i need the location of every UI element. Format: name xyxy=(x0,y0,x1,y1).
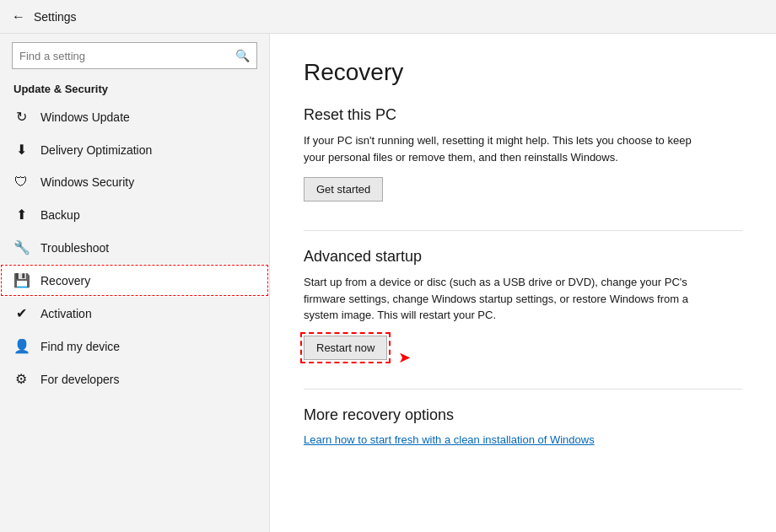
recovery-icon: 💾 xyxy=(13,272,29,288)
for-developers-icon: ⚙ xyxy=(13,371,29,387)
layout: 🔍 Update & Security ↻Windows Update⬇Deli… xyxy=(0,34,776,532)
sidebar-item-windows-update[interactable]: ↻Windows Update xyxy=(0,100,269,133)
sidebar-items: ↻Windows Update⬇Delivery Optimization🛡Wi… xyxy=(0,100,269,395)
sidebar-item-backup[interactable]: ⬆Backup xyxy=(0,198,269,231)
sidebar-item-label-windows-security: Windows Security xyxy=(40,175,134,189)
sidebar-item-activation[interactable]: ✔Activation xyxy=(0,297,269,330)
advanced-startup-section: Advanced startup Start up from a device … xyxy=(304,248,742,380)
search-box[interactable]: 🔍 xyxy=(12,42,257,69)
reset-pc-title: Reset this PC xyxy=(304,106,742,124)
sidebar-item-label-activation: Activation xyxy=(40,307,92,320)
reset-pc-section: Reset this PC If your PC isn't running w… xyxy=(304,106,742,222)
more-recovery-title: More recovery options xyxy=(304,406,742,424)
activation-icon: ✔ xyxy=(13,305,29,321)
main-content: Recovery Reset this PC If your PC isn't … xyxy=(270,34,776,532)
more-recovery-section: More recovery options Learn how to start… xyxy=(304,406,742,446)
title-bar-text: Settings xyxy=(34,10,77,24)
clean-install-link[interactable]: Learn how to start fresh with a clean in… xyxy=(304,433,595,446)
sidebar-item-troubleshoot[interactable]: 🔧Troubleshoot xyxy=(0,231,269,264)
troubleshoot-icon: 🔧 xyxy=(13,239,29,255)
search-icon: 🔍 xyxy=(235,49,250,62)
sidebar-item-delivery-optimization[interactable]: ⬇Delivery Optimization xyxy=(0,133,269,166)
sidebar-item-label-delivery-optimization: Delivery Optimization xyxy=(40,143,152,157)
sidebar-section-title: Update & Security xyxy=(0,74,269,100)
divider-1 xyxy=(304,230,742,231)
search-input[interactable] xyxy=(19,50,235,62)
title-bar: ← Settings xyxy=(0,0,776,34)
sidebar-item-windows-security[interactable]: 🛡Windows Security xyxy=(0,166,269,198)
sidebar-item-recovery[interactable]: 💾Recovery xyxy=(0,264,269,297)
get-started-button[interactable]: Get started xyxy=(304,177,383,202)
advanced-startup-title: Advanced startup xyxy=(304,248,742,266)
divider-2 xyxy=(304,389,742,390)
sidebar-item-label-recovery: Recovery xyxy=(40,274,90,287)
restart-btn-wrapper: Restart now ➤ xyxy=(304,336,387,380)
advanced-startup-desc: Start up from a device or disc (such as … xyxy=(304,274,709,324)
sidebar-item-for-developers[interactable]: ⚙For developers xyxy=(0,363,269,395)
restart-arrow-icon: ➤ xyxy=(398,348,411,367)
sidebar-item-label-backup: Backup xyxy=(40,208,80,222)
windows-security-icon: 🛡 xyxy=(13,175,29,190)
sidebar-item-label-troubleshoot: Troubleshoot xyxy=(40,241,109,255)
sidebar-item-label-windows-update: Windows Update xyxy=(40,110,130,124)
sidebar: 🔍 Update & Security ↻Windows Update⬇Deli… xyxy=(0,34,270,532)
back-button[interactable]: ← xyxy=(12,9,25,24)
backup-icon: ⬆ xyxy=(13,207,29,223)
reset-pc-desc: If your PC isn't running well, resetting… xyxy=(304,132,709,165)
sidebar-item-label-find-my-device: Find my device xyxy=(40,340,120,353)
sidebar-item-label-for-developers: For developers xyxy=(40,373,119,386)
restart-now-button[interactable]: Restart now xyxy=(304,336,387,360)
page-title: Recovery xyxy=(304,59,742,86)
find-my-device-icon: 👤 xyxy=(13,338,29,354)
windows-update-icon: ↻ xyxy=(13,109,29,125)
sidebar-item-find-my-device[interactable]: 👤Find my device xyxy=(0,330,269,363)
delivery-optimization-icon: ⬇ xyxy=(13,142,29,158)
